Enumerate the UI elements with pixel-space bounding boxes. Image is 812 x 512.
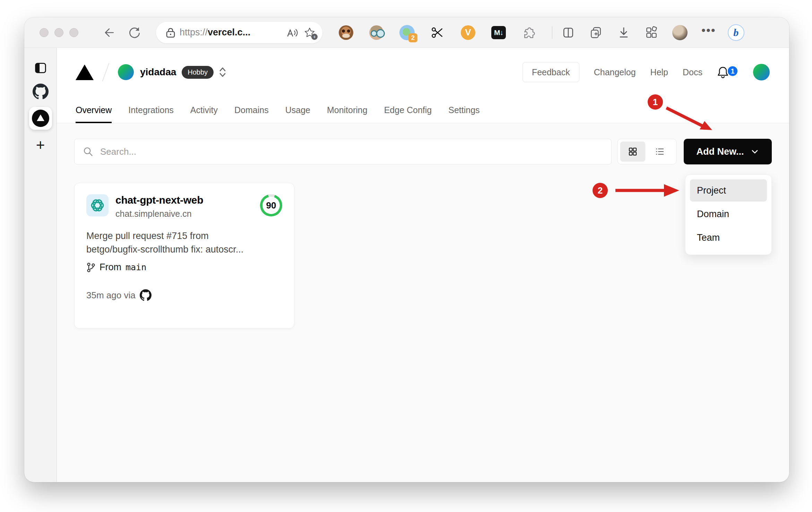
dropdown-item-domain[interactable]: Domain (690, 203, 767, 225)
vercel-tab-icon (32, 110, 49, 127)
search-box (74, 139, 612, 164)
breadcrumb-slash (102, 63, 109, 81)
back-button[interactable] (101, 25, 116, 40)
window-minimize-button[interactable] (54, 28, 63, 37)
annotation-step-1-badge: 1 (648, 94, 663, 110)
deployment-meta: 35m ago via (86, 289, 282, 301)
annotation-step-2-badge: 2 (593, 183, 608, 198)
favorite-icon[interactable]: + (304, 27, 316, 39)
browser-controls: ••• (561, 25, 716, 40)
project-domain[interactable]: chat.simplenaive.cn (115, 209, 203, 219)
tab-overview[interactable]: Overview (76, 105, 112, 123)
branch-label: From (100, 262, 121, 273)
view-toggle (617, 139, 676, 164)
avatar-extension-icon[interactable] (369, 25, 384, 40)
extensions-puzzle-icon[interactable] (521, 25, 537, 40)
notification-count-badge: 1 (727, 65, 738, 77)
tampermonkey-extension-icon[interactable] (338, 25, 354, 40)
extensions-row: 2 V M↓ (338, 25, 537, 40)
refresh-button[interactable] (127, 25, 142, 40)
grid-view-button[interactable] (620, 142, 645, 162)
docs-link[interactable]: Docs (683, 67, 702, 77)
chevron-down-icon (750, 147, 759, 156)
search-input[interactable] (100, 146, 604, 157)
branch-row: From main (86, 262, 282, 273)
search-icon (82, 146, 94, 157)
tab-activity[interactable]: Activity (190, 105, 218, 123)
project-name: chat-gpt-next-web (115, 194, 203, 206)
annotation-arrow-1 (664, 105, 716, 133)
list-view-button[interactable] (647, 142, 672, 162)
tab-domains[interactable]: Domains (234, 105, 269, 123)
team-name[interactable]: yidadaa (140, 67, 176, 78)
collections-icon[interactable] (589, 26, 603, 40)
tab-edge-config[interactable]: Edge Config (384, 105, 432, 123)
profile-avatar[interactable] (672, 25, 688, 40)
feedback-button[interactable]: Feedback (522, 62, 579, 82)
scope-selector-icon[interactable] (218, 67, 227, 78)
markdown-extension-icon[interactable]: M↓ (491, 25, 506, 40)
account-avatar[interactable] (753, 64, 770, 80)
address-bar[interactable]: https://vercel.c... + (156, 22, 322, 43)
notifications-button[interactable]: 1 (717, 66, 738, 78)
github-tab-icon[interactable] (32, 83, 49, 100)
annotation-arrow-2 (613, 180, 681, 201)
browser-toolbar: https://vercel.c... + 2 V M↓ (24, 17, 789, 48)
add-favorite-badge: + (311, 34, 318, 40)
edge-sidebar: + (24, 48, 57, 482)
traffic-lights (40, 28, 78, 37)
toolbar-divider (552, 26, 552, 39)
tab-monitoring[interactable]: Monitoring (327, 105, 368, 123)
scissors-extension-icon[interactable] (430, 25, 445, 40)
add-new-button[interactable]: Add New... (684, 139, 772, 164)
browser-window: https://vercel.c... + 2 V M↓ (24, 17, 789, 482)
help-link[interactable]: Help (650, 67, 668, 77)
vercel-tab-active[interactable] (29, 107, 52, 130)
vercel-dashboard: yidadaa Hobby Feedback Changelog Help Do… (57, 48, 789, 482)
vercel-logo[interactable] (76, 65, 94, 80)
url-scheme: https:// (180, 27, 208, 37)
window-zoom-button[interactable] (69, 28, 78, 37)
git-branch-icon (86, 262, 95, 273)
dropdown-item-project[interactable]: Project (690, 179, 767, 202)
translate-extension-icon[interactable]: 2 (399, 25, 415, 40)
v-extension-icon[interactable]: V (460, 25, 476, 40)
bing-chat-icon[interactable]: b (728, 24, 744, 41)
github-icon (140, 289, 152, 301)
branch-name: main (126, 262, 146, 272)
openai-logo (86, 194, 109, 216)
apps-launcher-icon[interactable] (645, 26, 658, 40)
add-new-dropdown: Project Domain Team (685, 174, 772, 255)
lock-icon (166, 27, 175, 38)
lighthouse-score-badge: 90 (260, 194, 282, 216)
split-screen-icon[interactable] (561, 26, 575, 40)
read-aloud-icon[interactable] (286, 27, 298, 38)
project-card[interactable]: chat-gpt-next-web chat.simplenaive.cn 90… (74, 183, 294, 328)
plan-badge: Hobby (182, 66, 214, 79)
tab-integrations[interactable]: Integrations (128, 105, 174, 123)
team-avatar (118, 64, 134, 80)
tab-settings[interactable]: Settings (448, 105, 480, 123)
downloads-icon[interactable] (617, 26, 631, 40)
url-text: https://vercel.c... (180, 27, 286, 38)
changelog-link[interactable]: Changelog (594, 67, 636, 77)
new-tab-button[interactable]: + (32, 137, 49, 153)
sidebar-toggle-icon[interactable] (32, 60, 49, 76)
more-menu-icon[interactable]: ••• (701, 27, 716, 39)
commit-message: Merge pull request #715 from betgo/bugfi… (86, 229, 282, 256)
url-host: vercel.c... (208, 27, 250, 37)
extension-badge: 2 (408, 33, 417, 42)
add-new-label: Add New... (696, 146, 744, 157)
dropdown-item-team[interactable]: Team (690, 227, 767, 249)
window-close-button[interactable] (40, 28, 49, 37)
tab-usage[interactable]: Usage (285, 105, 310, 123)
